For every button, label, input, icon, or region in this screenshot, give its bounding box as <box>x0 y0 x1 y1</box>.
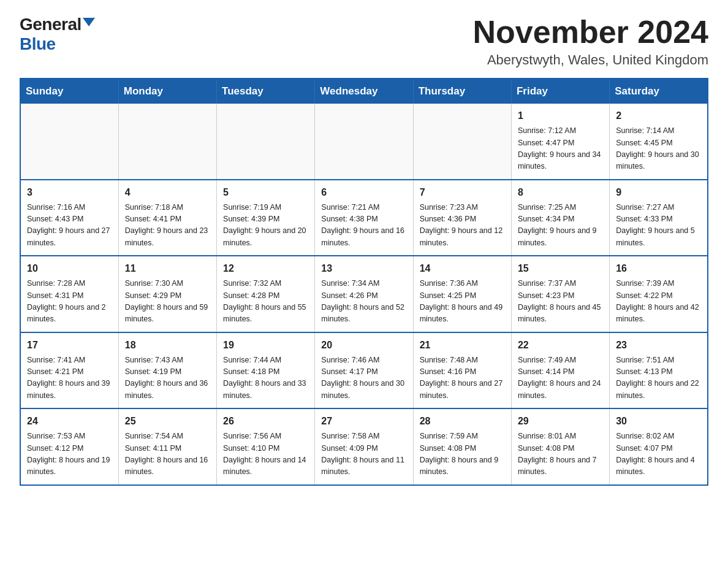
col-header-thursday: Thursday <box>413 79 511 104</box>
calendar-cell: 17Sunrise: 7:41 AM Sunset: 4:21 PM Dayli… <box>20 332 118 409</box>
calendar-header-row: SundayMondayTuesdayWednesdayThursdayFrid… <box>20 79 708 104</box>
day-number: 21 <box>420 338 505 353</box>
day-info: Sunrise: 7:25 AM Sunset: 4:34 PM Dayligh… <box>518 202 603 250</box>
day-info: Sunrise: 7:23 AM Sunset: 4:36 PM Dayligh… <box>420 202 505 250</box>
calendar-week-3: 10Sunrise: 7:28 AM Sunset: 4:31 PM Dayli… <box>20 256 708 332</box>
day-number: 8 <box>518 185 603 200</box>
day-number: 23 <box>616 338 701 353</box>
day-info: Sunrise: 7:49 AM Sunset: 4:14 PM Dayligh… <box>518 354 603 402</box>
month-title: November 2024 <box>473 15 708 50</box>
day-number: 2 <box>616 109 701 123</box>
calendar-cell: 14Sunrise: 7:36 AM Sunset: 4:25 PM Dayli… <box>413 256 511 332</box>
col-header-tuesday: Tuesday <box>217 79 315 104</box>
day-info: Sunrise: 7:51 AM Sunset: 4:13 PM Dayligh… <box>616 354 701 402</box>
day-number: 12 <box>223 261 308 276</box>
day-number: 9 <box>616 185 701 200</box>
day-info: Sunrise: 7:41 AM Sunset: 4:21 PM Dayligh… <box>27 354 112 402</box>
day-info: Sunrise: 7:43 AM Sunset: 4:19 PM Dayligh… <box>125 354 210 402</box>
logo: General Blue <box>20 15 95 54</box>
day-number: 16 <box>616 261 701 276</box>
logo-general: General <box>20 15 82 34</box>
day-info: Sunrise: 8:02 AM Sunset: 4:07 PM Dayligh… <box>616 431 701 478</box>
calendar-cell: 9Sunrise: 7:27 AM Sunset: 4:33 PM Daylig… <box>610 180 708 256</box>
day-number: 15 <box>518 261 603 276</box>
day-info: Sunrise: 7:53 AM Sunset: 4:12 PM Dayligh… <box>27 431 112 478</box>
calendar-cell: 30Sunrise: 8:02 AM Sunset: 4:07 PM Dayli… <box>610 408 708 485</box>
calendar-cell: 23Sunrise: 7:51 AM Sunset: 4:13 PM Dayli… <box>610 332 708 409</box>
calendar-cell: 5Sunrise: 7:19 AM Sunset: 4:39 PM Daylig… <box>217 180 315 256</box>
calendar-cell <box>118 104 216 180</box>
day-info: Sunrise: 8:01 AM Sunset: 4:08 PM Dayligh… <box>518 431 603 478</box>
day-info: Sunrise: 7:48 AM Sunset: 4:16 PM Dayligh… <box>420 354 505 402</box>
calendar-week-2: 3Sunrise: 7:16 AM Sunset: 4:43 PM Daylig… <box>20 180 708 256</box>
day-number: 10 <box>27 261 112 276</box>
day-info: Sunrise: 7:36 AM Sunset: 4:25 PM Dayligh… <box>420 278 505 326</box>
calendar-cell: 6Sunrise: 7:21 AM Sunset: 4:38 PM Daylig… <box>315 180 413 256</box>
day-number: 14 <box>420 261 505 276</box>
day-number: 6 <box>321 185 406 200</box>
day-number: 22 <box>518 338 603 353</box>
day-info: Sunrise: 7:46 AM Sunset: 4:17 PM Dayligh… <box>321 354 406 402</box>
day-number: 27 <box>321 414 406 429</box>
calendar-cell: 24Sunrise: 7:53 AM Sunset: 4:12 PM Dayli… <box>20 408 118 485</box>
day-number: 28 <box>420 414 505 429</box>
calendar-cell: 11Sunrise: 7:30 AM Sunset: 4:29 PM Dayli… <box>118 256 216 332</box>
calendar-cell <box>20 104 118 180</box>
day-number: 24 <box>27 414 112 429</box>
day-info: Sunrise: 7:16 AM Sunset: 4:43 PM Dayligh… <box>27 202 112 250</box>
day-info: Sunrise: 7:12 AM Sunset: 4:47 PM Dayligh… <box>518 125 603 173</box>
day-number: 4 <box>125 185 210 200</box>
day-info: Sunrise: 7:56 AM Sunset: 4:10 PM Dayligh… <box>223 431 308 478</box>
calendar-cell: 2Sunrise: 7:14 AM Sunset: 4:45 PM Daylig… <box>610 104 708 180</box>
calendar-cell: 16Sunrise: 7:39 AM Sunset: 4:22 PM Dayli… <box>610 256 708 332</box>
calendar-week-1: 1Sunrise: 7:12 AM Sunset: 4:47 PM Daylig… <box>20 104 708 180</box>
calendar-cell: 15Sunrise: 7:37 AM Sunset: 4:23 PM Dayli… <box>511 256 609 332</box>
day-number: 20 <box>321 338 406 353</box>
calendar-cell: 3Sunrise: 7:16 AM Sunset: 4:43 PM Daylig… <box>20 180 118 256</box>
logo-blue: Blue <box>20 34 56 53</box>
calendar-cell: 7Sunrise: 7:23 AM Sunset: 4:36 PM Daylig… <box>413 180 511 256</box>
day-info: Sunrise: 7:34 AM Sunset: 4:26 PM Dayligh… <box>321 278 406 326</box>
day-number: 29 <box>518 414 603 429</box>
day-info: Sunrise: 7:37 AM Sunset: 4:23 PM Dayligh… <box>518 278 603 326</box>
day-number: 18 <box>125 338 210 353</box>
calendar-cell: 22Sunrise: 7:49 AM Sunset: 4:14 PM Dayli… <box>511 332 609 409</box>
day-info: Sunrise: 7:32 AM Sunset: 4:28 PM Dayligh… <box>223 278 308 326</box>
day-info: Sunrise: 7:27 AM Sunset: 4:33 PM Dayligh… <box>616 202 701 250</box>
calendar-cell: 4Sunrise: 7:18 AM Sunset: 4:41 PM Daylig… <box>118 180 216 256</box>
calendar-cell: 10Sunrise: 7:28 AM Sunset: 4:31 PM Dayli… <box>20 256 118 332</box>
day-number: 7 <box>420 185 505 200</box>
day-info: Sunrise: 7:19 AM Sunset: 4:39 PM Dayligh… <box>223 202 308 250</box>
calendar-cell <box>315 104 413 180</box>
day-info: Sunrise: 7:28 AM Sunset: 4:31 PM Dayligh… <box>27 278 112 326</box>
day-number: 5 <box>223 185 308 200</box>
day-info: Sunrise: 7:59 AM Sunset: 4:08 PM Dayligh… <box>420 431 505 478</box>
col-header-monday: Monday <box>118 79 216 104</box>
title-block: November 2024 Aberystwyth, Wales, United… <box>473 15 708 68</box>
calendar-week-4: 17Sunrise: 7:41 AM Sunset: 4:21 PM Dayli… <box>20 332 708 409</box>
calendar-cell: 1Sunrise: 7:12 AM Sunset: 4:47 PM Daylig… <box>511 104 609 180</box>
calendar-cell: 8Sunrise: 7:25 AM Sunset: 4:34 PM Daylig… <box>511 180 609 256</box>
day-number: 13 <box>321 261 406 276</box>
calendar-cell: 21Sunrise: 7:48 AM Sunset: 4:16 PM Dayli… <box>413 332 511 409</box>
day-number: 26 <box>223 414 308 429</box>
calendar-cell: 28Sunrise: 7:59 AM Sunset: 4:08 PM Dayli… <box>413 408 511 485</box>
col-header-friday: Friday <box>511 79 609 104</box>
calendar-cell: 19Sunrise: 7:44 AM Sunset: 4:18 PM Dayli… <box>217 332 315 409</box>
day-info: Sunrise: 7:18 AM Sunset: 4:41 PM Dayligh… <box>125 202 210 250</box>
day-number: 19 <box>223 338 308 353</box>
day-number: 30 <box>616 414 701 429</box>
day-number: 11 <box>125 261 210 276</box>
col-header-sunday: Sunday <box>20 79 118 104</box>
day-info: Sunrise: 7:30 AM Sunset: 4:29 PM Dayligh… <box>125 278 210 326</box>
location-title: Aberystwyth, Wales, United Kingdom <box>473 52 708 68</box>
calendar-cell: 27Sunrise: 7:58 AM Sunset: 4:09 PM Dayli… <box>315 408 413 485</box>
day-info: Sunrise: 7:14 AM Sunset: 4:45 PM Dayligh… <box>616 125 701 173</box>
day-info: Sunrise: 7:54 AM Sunset: 4:11 PM Dayligh… <box>125 431 210 478</box>
calendar-cell: 20Sunrise: 7:46 AM Sunset: 4:17 PM Dayli… <box>315 332 413 409</box>
day-info: Sunrise: 7:39 AM Sunset: 4:22 PM Dayligh… <box>616 278 701 326</box>
col-header-saturday: Saturday <box>610 79 708 104</box>
calendar-cell: 18Sunrise: 7:43 AM Sunset: 4:19 PM Dayli… <box>118 332 216 409</box>
calendar-table: SundayMondayTuesdayWednesdayThursdayFrid… <box>20 78 708 486</box>
logo-triangle-icon <box>83 18 95 26</box>
